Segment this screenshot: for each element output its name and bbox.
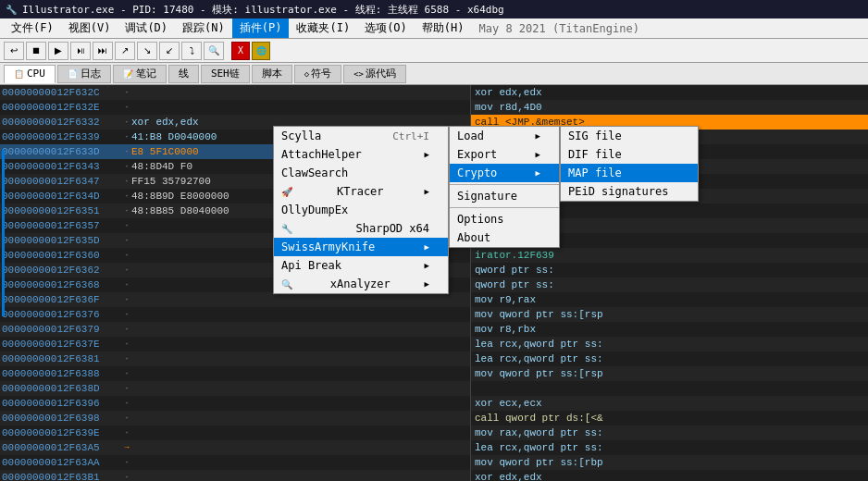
disasm-row[interactable]: 00000000012F637E· bbox=[0, 337, 470, 352]
toolbar-btn-9[interactable]: ⤵ bbox=[181, 42, 202, 60]
toolbar-btn-3[interactable]: ▶ bbox=[48, 42, 68, 60]
swissarmyknife-signature[interactable]: Signature bbox=[450, 187, 559, 205]
build-info: May 8 2021 (TitanEngine) bbox=[472, 20, 647, 37]
disasm-row[interactable]: 00000000012F636F· bbox=[0, 292, 470, 307]
toolbar-btn-6[interactable]: ↗ bbox=[115, 42, 135, 60]
menu-favorites[interactable]: 收藏夹(I) bbox=[289, 18, 357, 38]
right-row: mov r9,rax bbox=[471, 292, 868, 307]
toolbar-btn-1[interactable]: ↩ bbox=[4, 42, 24, 60]
crypto-peid-signatures[interactable]: PEiD signatures bbox=[561, 182, 698, 201]
menu-help[interactable]: 帮助(H) bbox=[415, 18, 472, 38]
toolbar-btn-8[interactable]: ↙ bbox=[159, 42, 180, 60]
swissarmyknife-load[interactable]: Load ▶ bbox=[450, 127, 559, 145]
disasm-row[interactable]: 00000000012F6379· bbox=[0, 322, 470, 337]
plugin-menu-item-xanalyzer[interactable]: 🔍 xAnalyzer ▶ bbox=[274, 275, 448, 293]
swissarmyknife-menu: Load ▶ Export ▶ Crypto ▶ Signature Optio… bbox=[449, 126, 560, 248]
disasm-row[interactable]: 00000000012F6388· bbox=[0, 366, 470, 381]
title-text: Illustrator.exe - PID: 17480 - 模块: illus… bbox=[22, 3, 504, 17]
plugin-menu-item-ktracer[interactable]: 🚀 KTracer ▶ bbox=[274, 182, 448, 201]
plugin-menu-item-attachhelper[interactable]: AttachHelper ▶ bbox=[274, 145, 448, 164]
plugin-menu-item-clawsearch[interactable]: ClawSearch bbox=[274, 164, 448, 182]
crypto-sig-file[interactable]: SIG file bbox=[561, 127, 698, 145]
tab-cpu[interactable]: 📋 CPU bbox=[4, 65, 56, 83]
toolbar-btn-4[interactable]: ⏯ bbox=[70, 42, 91, 60]
swissarmyknife-about[interactable]: About bbox=[450, 228, 559, 247]
right-row: mov qword ptr ss:[rsp bbox=[471, 307, 868, 322]
globe-icon: 🌐 bbox=[252, 42, 270, 60]
plugin-menu-item-sharpod[interactable]: 🔧 SharpOD x64 bbox=[274, 219, 448, 238]
disasm-row[interactable]: 00000000012F6398· bbox=[0, 411, 470, 426]
disasm-row[interactable]: 00000000012F6381· bbox=[0, 352, 470, 366]
tab-source[interactable]: <> 源代码 bbox=[343, 65, 406, 83]
toolbar-btn-5[interactable]: ⏭ bbox=[93, 42, 113, 60]
toolbar-btn-10[interactable]: 🔍 bbox=[204, 42, 224, 60]
plugin-menu: Scylla Ctrl+I AttachHelper ▶ ClawSearch … bbox=[273, 126, 449, 294]
plugin-menu-item-apibreak[interactable]: Api Break ▶ bbox=[274, 256, 448, 275]
tab-log[interactable]: 📄 日志 bbox=[57, 65, 111, 83]
disasm-row[interactable]: 00000000012F63B1· bbox=[0, 470, 470, 481]
right-row: mov r8d,4D0 bbox=[471, 100, 868, 115]
tab-bar: 📋 CPU 📄 日志 📝 笔记 线 SEH链 脚本 ◇ 符号 <> 源代码 bbox=[0, 63, 868, 85]
plugin-menu-item-ollydumpex[interactable]: OllyDumpEx bbox=[274, 201, 448, 219]
tab-seh[interactable]: SEH链 bbox=[201, 65, 250, 83]
title-bar: 🔧 Illustrator.exe - PID: 17480 - 模块: ill… bbox=[0, 0, 868, 18]
logo-icon: X bbox=[231, 42, 250, 60]
selection-border bbox=[2, 150, 5, 316]
right-row: mov qword ptr ss:[rbp bbox=[471, 455, 868, 470]
disasm-row[interactable]: 00000000012F63A5→ bbox=[0, 440, 470, 455]
right-row: irator.12F639 bbox=[471, 248, 868, 263]
disasm-row[interactable]: 00000000012F632C· bbox=[0, 85, 470, 100]
right-row: mov rax,qword ptr ss: bbox=[471, 426, 868, 440]
disasm-row[interactable]: 00000000012F63AA· bbox=[0, 455, 470, 470]
plugin-menu-item-swissarmyknife[interactable]: SwissArmyKnife ▶ bbox=[274, 238, 448, 256]
right-row: lea rcx,qword ptr ss: bbox=[471, 337, 868, 352]
menu-trace[interactable]: 跟踪(N) bbox=[175, 18, 232, 38]
toolbar-btn-2[interactable]: ⏹ bbox=[26, 42, 46, 60]
swissarmyknife-crypto[interactable]: Crypto ▶ bbox=[450, 164, 559, 182]
right-row bbox=[471, 381, 868, 396]
menu-separator bbox=[450, 207, 559, 208]
toolbar: ↩ ⏹ ▶ ⏯ ⏭ ↗ ↘ ↙ ⤵ 🔍 X 🌐 bbox=[0, 39, 868, 63]
right-row: qword ptr ss: bbox=[471, 263, 868, 278]
right-row: mov qword ptr ss:[rsp bbox=[471, 366, 868, 381]
right-row: xor edx,edx bbox=[471, 470, 868, 481]
menu-debug[interactable]: 调试(D) bbox=[118, 18, 175, 38]
disasm-row[interactable]: 00000000012F6376· bbox=[0, 307, 470, 322]
toolbar-btn-7[interactable]: ↘ bbox=[137, 42, 157, 60]
right-row: lea rcx,qword ptr ss: bbox=[471, 352, 868, 366]
crypto-menu: SIG file DIF file MAP file PEiD signatur… bbox=[560, 126, 699, 202]
right-row: lea rcx,qword ptr ss: bbox=[471, 440, 868, 455]
menu-file[interactable]: 文件(F) bbox=[4, 18, 61, 38]
swissarmyknife-export[interactable]: Export ▶ bbox=[450, 145, 559, 164]
crypto-dif-file[interactable]: DIF file bbox=[561, 145, 698, 164]
tab-symbols[interactable]: ◇ 符号 bbox=[294, 65, 341, 83]
disasm-row[interactable]: 00000000012F639E· bbox=[0, 426, 470, 440]
menu-view[interactable]: 视图(V) bbox=[61, 18, 118, 38]
tab-notes[interactable]: 📝 笔记 bbox=[113, 65, 167, 83]
tab-thread[interactable]: 线 bbox=[168, 65, 199, 83]
app-icon: 🔧 bbox=[6, 5, 17, 15]
disasm-row[interactable]: 00000000012F638D· bbox=[0, 381, 470, 396]
menu-plugin[interactable]: 插件(P) bbox=[232, 18, 290, 38]
tab-script[interactable]: 脚本 bbox=[252, 65, 292, 83]
plugin-menu-item-scylla[interactable]: Scylla Ctrl+I bbox=[274, 127, 448, 145]
right-row: mov r8,rbx bbox=[471, 322, 868, 337]
right-row: qword ptr ss: bbox=[471, 278, 868, 292]
crypto-map-file[interactable]: MAP file bbox=[561, 164, 698, 182]
menu-options[interactable]: 选项(O) bbox=[357, 18, 415, 38]
right-row: xor edx,edx bbox=[471, 85, 868, 100]
main-area: 00000000012F632C· 00000000012F632E· 0000… bbox=[0, 85, 868, 481]
menu-separator bbox=[450, 184, 559, 185]
swissarmyknife-options[interactable]: Options bbox=[450, 210, 559, 228]
right-row: call qword ptr ds:[<& bbox=[471, 411, 868, 426]
disasm-row[interactable]: 00000000012F632E· bbox=[0, 100, 470, 115]
right-row: xor ecx,ecx bbox=[471, 396, 868, 411]
menu-bar: 文件(F) 视图(V) 调试(D) 跟踪(N) 插件(P) 收藏夹(I) 选项(… bbox=[0, 18, 868, 39]
disasm-row[interactable]: 00000000012F6396· bbox=[0, 396, 470, 411]
